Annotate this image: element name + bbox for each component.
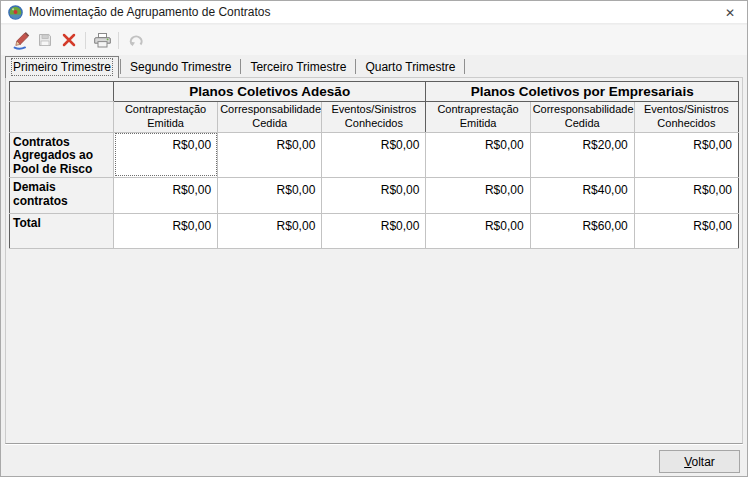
save-button[interactable] bbox=[33, 28, 57, 52]
tab-label: Terceiro Trimestre bbox=[250, 60, 346, 74]
value-cell[interactable]: R$0,00 bbox=[322, 213, 426, 248]
value-cell[interactable]: R$0,00 bbox=[634, 213, 738, 248]
column-header: Eventos/Sinistros Conhecidos bbox=[322, 102, 426, 133]
value-cell[interactable]: R$0,00 bbox=[114, 177, 218, 213]
toolbar-separator bbox=[118, 32, 119, 49]
tab-separator bbox=[464, 59, 465, 74]
value-cell[interactable]: R$0,00 bbox=[426, 177, 530, 213]
tab-separator bbox=[240, 59, 241, 74]
save-icon bbox=[37, 32, 53, 48]
print-button[interactable] bbox=[90, 28, 114, 52]
value-cell[interactable]: R$0,00 bbox=[114, 132, 218, 177]
tab-label: Primeiro Trimestre bbox=[13, 60, 111, 74]
value-cell[interactable]: R$40,00 bbox=[530, 177, 634, 213]
group-header-empresariais: Planos Coletivos por Empresariais bbox=[426, 82, 739, 102]
titlebar: Movimentação de Agrupamento de Contratos… bbox=[1, 1, 747, 24]
toolbar-separator bbox=[85, 32, 86, 49]
table-row-total: Total R$0,00 R$0,00 R$0,00 R$0,00 R$60,0… bbox=[10, 213, 739, 248]
delete-button[interactable] bbox=[57, 28, 81, 52]
column-header: Corresponsabilidade Cedida bbox=[218, 102, 322, 133]
toolbar bbox=[1, 25, 747, 55]
table-row-pool-de-risco: Contratos Agregados ao Pool de Risco R$0… bbox=[10, 132, 739, 177]
value-cell[interactable]: R$0,00 bbox=[426, 132, 530, 177]
print-icon bbox=[93, 32, 112, 49]
tab-segundo-trimestre[interactable]: Segundo Trimestre bbox=[122, 57, 239, 77]
delete-x-icon bbox=[61, 32, 77, 48]
dialog-window: Movimentação de Agrupamento de Contratos… bbox=[0, 0, 748, 477]
value-cell[interactable]: R$0,00 bbox=[218, 213, 322, 248]
column-header: Contraprestação Emitida bbox=[426, 102, 530, 133]
tab-separator bbox=[355, 59, 356, 74]
close-button[interactable]: ✕ bbox=[713, 1, 747, 24]
grid-blank-header bbox=[10, 102, 114, 133]
row-label: Demais contratos bbox=[10, 177, 114, 213]
app-icon bbox=[8, 5, 23, 20]
grid-corner-cell bbox=[10, 82, 114, 102]
tab-page-panel: Planos Coletivos Adesão Planos Coletivos… bbox=[5, 77, 743, 444]
tab-terceiro-trimestre[interactable]: Terceiro Trimestre bbox=[242, 57, 354, 77]
value-cell[interactable]: R$60,00 bbox=[530, 213, 634, 248]
value-cell[interactable]: R$0,00 bbox=[426, 213, 530, 248]
tab-separator bbox=[120, 59, 121, 74]
tab-label: Segundo Trimestre bbox=[130, 60, 231, 74]
value-cell[interactable]: R$0,00 bbox=[218, 132, 322, 177]
tab-label: Quarto Trimestre bbox=[365, 60, 455, 74]
undo-button[interactable] bbox=[123, 28, 147, 52]
row-label: Contratos Agregados ao Pool de Risco bbox=[10, 132, 114, 177]
tab-quarto-trimestre[interactable]: Quarto Trimestre bbox=[357, 57, 463, 77]
tab-primeiro-trimestre[interactable]: Primeiro Trimestre bbox=[5, 56, 119, 78]
window-title: Movimentação de Agrupamento de Contratos bbox=[29, 5, 270, 19]
value-cell[interactable]: R$0,00 bbox=[634, 177, 738, 213]
value-cell[interactable]: R$20,00 bbox=[530, 132, 634, 177]
value-cell[interactable]: R$0,00 bbox=[634, 132, 738, 177]
value-cell[interactable]: R$0,00 bbox=[322, 132, 426, 177]
edit-pencil-icon bbox=[12, 31, 31, 50]
tab-strip: Primeiro Trimestre Segundo Trimestre Ter… bbox=[5, 56, 743, 77]
voltar-button[interactable]: Voltar bbox=[659, 450, 740, 473]
edit-button[interactable] bbox=[9, 28, 33, 52]
value-cell[interactable]: R$0,00 bbox=[218, 177, 322, 213]
column-header: Eventos/Sinistros Conhecidos bbox=[634, 102, 738, 133]
row-label: Total bbox=[10, 213, 114, 248]
column-header: Corresponsabilidade Cedida bbox=[530, 102, 634, 133]
value-cell[interactable]: R$0,00 bbox=[322, 177, 426, 213]
voltar-button-label: Voltar bbox=[684, 455, 715, 469]
table-row-demais-contratos: Demais contratos R$0,00 R$0,00 R$0,00 R$… bbox=[10, 177, 739, 213]
column-header: Contraprestação Emitida bbox=[114, 102, 218, 133]
contracts-grid: Planos Coletivos Adesão Planos Coletivos… bbox=[9, 81, 739, 249]
value-cell[interactable]: R$0,00 bbox=[114, 213, 218, 248]
undo-icon bbox=[127, 32, 144, 48]
group-header-adesao: Planos Coletivos Adesão bbox=[114, 82, 426, 102]
